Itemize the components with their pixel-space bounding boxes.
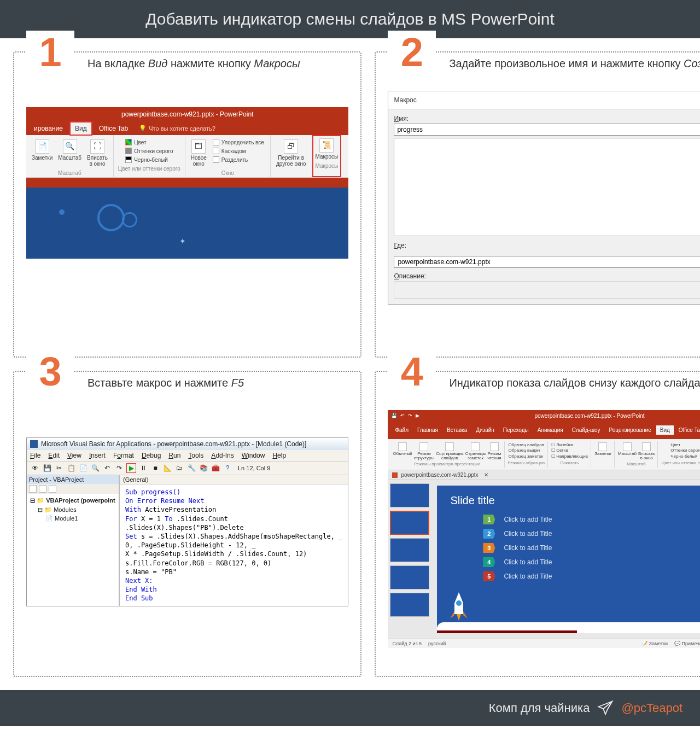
pause-icon[interactable]: ⏸ [138, 463, 148, 473]
menu-run[interactable]: Run [168, 452, 180, 459]
where-select[interactable]: powerpointbase.com-w921.pptx [394, 256, 700, 268]
tbx-icon[interactable]: 🧰 [211, 463, 220, 473]
grid-check[interactable]: ☐ Сетка [551, 448, 588, 453]
design-icon[interactable]: 📐 [162, 463, 172, 473]
menu-tools[interactable]: Tools [188, 452, 203, 459]
sorter-view-button[interactable]: Сортировщик слайдов [436, 442, 463, 460]
fit-button4[interactable]: Вписать в окно [638, 442, 655, 460]
document-tab[interactable]: powerpointbase.com-w921.pptx ✕ [388, 470, 700, 480]
telegram-handle[interactable]: @pcTeapot [621, 701, 682, 715]
tree-modules[interactable]: ⊟ 📁 Modules [30, 505, 115, 515]
tree-module1[interactable]: 📄 Module1 [30, 514, 115, 523]
ribbon-tab-officetab[interactable]: Office Tab [95, 122, 133, 135]
menu-window[interactable]: Window [242, 452, 265, 459]
help-icon2[interactable]: ? [223, 463, 232, 473]
notes-master-button[interactable]: Образец заметок [509, 454, 544, 459]
tab-file[interactable]: Файл [391, 425, 412, 435]
view-icon[interactable]: 👁 [30, 463, 40, 473]
tab-transitions[interactable]: Переходы [499, 425, 533, 435]
language-indicator[interactable]: русский [428, 641, 446, 646]
menu-view[interactable]: View [67, 452, 81, 459]
slide-master-button[interactable]: Образец слайдов [509, 442, 544, 448]
thumb-3[interactable] [390, 538, 429, 562]
thumb-2[interactable] [390, 511, 429, 535]
tab-design[interactable]: Дизайн [472, 425, 498, 435]
tab-insert[interactable]: Вставка [443, 425, 471, 435]
ribbon-tab-view[interactable]: Вид [69, 121, 92, 136]
undo-icon[interactable]: ↶ [102, 463, 112, 473]
group-color-label: Цвет или оттенки серого [118, 166, 180, 172]
macros-button[interactable]: 📜Макросы [314, 137, 340, 161]
current-slide[interactable]: Slide title 1Click to add Title 2Click t… [437, 486, 700, 633]
status-notes[interactable]: 📝 Заметки [641, 641, 668, 646]
menu-format[interactable]: Format [113, 452, 134, 459]
normal-view-button[interactable]: Обычный [393, 442, 412, 460]
outline-view-button[interactable]: Режим структуры [414, 442, 434, 460]
project-explorer: Project - VBAProject ⊟ 📁 VBAProject (pow… [27, 475, 120, 606]
thumb-4[interactable] [390, 565, 429, 589]
zoom-button4[interactable]: Масштаб [618, 442, 637, 460]
code-pane[interactable]: (General) Sub progress() On Error Resume… [120, 475, 348, 606]
new-window-button[interactable]: 🗔Новое окно [190, 138, 208, 168]
arrange-all-button[interactable]: Упорядочить все [211, 138, 266, 146]
menu-file[interactable]: File [30, 452, 40, 459]
tab-officetab[interactable]: Office Tab [675, 425, 700, 435]
run-icon[interactable]: ▶ [126, 463, 136, 473]
tab-review[interactable]: Рецензирование [605, 425, 655, 435]
grayscale-button4[interactable]: Оттенки серого [670, 448, 700, 453]
notes-toggle[interactable]: Заметки [594, 442, 611, 456]
menu-insert[interactable]: Insert [89, 452, 106, 459]
code-dropdown[interactable]: (General) [120, 475, 348, 484]
bw-button4[interactable]: Черно-белый [670, 454, 700, 459]
split-button[interactable]: Разделить [211, 156, 266, 163]
stop-icon[interactable]: ■ [150, 463, 160, 473]
color-button4[interactable]: Цвет [670, 442, 700, 448]
obj-icon[interactable]: 📚 [199, 463, 208, 473]
menu-help[interactable]: Help [272, 452, 286, 459]
zoom-button[interactable]: 🔍Масштаб [57, 138, 83, 168]
find-icon[interactable]: 🔍 [90, 463, 100, 473]
thumb-5[interactable] [390, 593, 429, 617]
cascade-button[interactable]: Каскадом [211, 147, 266, 155]
tell-me-hint[interactable]: 💡 Что вы хотите сделать? [139, 125, 215, 132]
bw-button[interactable]: Черно-белый [124, 156, 174, 163]
undo-icon4[interactable]: ↶ [400, 413, 405, 418]
group-zoom-label: Масштаб [58, 170, 81, 176]
tab-home[interactable]: Главная [413, 425, 442, 435]
menu-edit[interactable]: Edit [48, 452, 60, 459]
fit-window-button[interactable]: ⛶Вписать в окно [86, 138, 109, 168]
tab-view[interactable]: Вид [656, 425, 674, 435]
menu-debug[interactable]: Debug [142, 452, 161, 459]
status-comments[interactable]: 💬 Примечания [674, 641, 700, 646]
page-footer: Комп для чайника @pcTeapot [0, 690, 700, 726]
menu-addins[interactable]: Add-Ins [211, 452, 234, 459]
group-zoom4-label: Масштаб [627, 462, 645, 466]
redo-icon[interactable]: ↷ [114, 463, 124, 473]
start-icon[interactable]: ▶ [416, 413, 419, 418]
cut-icon[interactable]: ✂ [54, 463, 64, 473]
step-3-text: Вставьте макрос и нажмите F5 [88, 375, 244, 390]
notes-page-button[interactable]: Страницы заметок [465, 442, 486, 460]
paste-icon[interactable]: 📄 [78, 463, 88, 473]
macro-name-input[interactable] [394, 124, 700, 136]
notes-button[interactable]: 📄Заметки [31, 138, 54, 168]
proj-icon[interactable]: 🗂 [174, 463, 184, 473]
ribbon-tab-prev[interactable]: ирование [30, 122, 67, 135]
switch-window-button[interactable]: 🗗Перейти в другое окно [275, 138, 307, 168]
guides-check[interactable]: ☐ Направляющие [551, 454, 588, 459]
macro-list[interactable] [394, 138, 700, 236]
copy-icon[interactable]: 📋 [66, 463, 76, 473]
color-button[interactable]: Цвет [124, 138, 174, 146]
ruler-check[interactable]: ☐ Линейка [551, 442, 588, 448]
save-icon[interactable]: 💾 [42, 463, 52, 473]
prop-icon[interactable]: 🔧 [186, 463, 196, 473]
handout-master-button[interactable]: Образец выдач [509, 448, 544, 453]
tree-project[interactable]: ⊟ 📁 VBAProject (powerpoint [30, 496, 115, 505]
redo-icon4[interactable]: ↷ [408, 413, 412, 418]
autosave-icon[interactable]: 💾 [391, 413, 397, 418]
tab-animation[interactable]: Анимация [534, 425, 567, 435]
thumb-1[interactable] [390, 483, 429, 507]
reading-view-button[interactable]: Режим чтения [487, 442, 501, 460]
grayscale-button[interactable]: Оттенки серого [124, 147, 174, 155]
tab-slideshow[interactable]: Слайд-шоу [568, 425, 604, 435]
